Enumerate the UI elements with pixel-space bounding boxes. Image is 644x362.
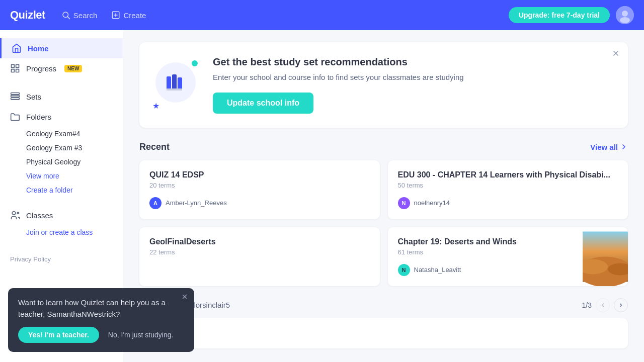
card-terms-0: 20 terms [149,182,370,189]
navbar: Quizlet Search Create Upgrade: free 7-da… [0,0,644,30]
toast-actions: Yes! I'm a teacher. No, I'm just studyin… [18,327,184,343]
card-terms-2: 22 terms [149,248,370,256]
prev-page-button[interactable] [596,298,610,312]
toast-close-button[interactable] [181,293,188,302]
create-icon [111,11,120,20]
card-title-3: Chapter 19: Deserts and Winds [398,237,578,246]
card-1[interactable]: EDU 300 - CHAPTER 14 Learners with Physi… [388,160,628,219]
folders-icon [10,112,20,122]
svg-rect-11 [16,69,19,72]
svg-point-16 [17,212,19,214]
chevron-right-icon [620,143,628,151]
author-avatar-0: A [149,197,162,209]
studied-header: ...ied sets by taylorsinclair5 1/3 [139,298,628,312]
chevron-right-icon [618,302,624,308]
sidebar-item-folders[interactable]: Folders [0,107,123,127]
card-author-3: N Natasha_Leavitt [398,264,578,276]
svg-line-1 [67,17,69,19]
create-folder-link[interactable]: Create a folder [0,183,123,197]
close-icon [612,49,620,57]
join-class-link[interactable]: Join or create a class [0,225,123,239]
folder-item-1[interactable]: Geology Exam #3 [0,141,123,155]
recent-title: Recent [139,142,170,152]
svg-rect-10 [12,69,15,72]
page-count: 1/3 [582,301,592,309]
dot-teal [192,60,198,66]
home-label: Home [28,44,49,53]
sidebar-item-sets[interactable]: Sets [0,86,123,107]
progress-icon [10,63,20,73]
sets-icon [10,92,20,102]
navbar-right: Upgrade: free 7-day trial [509,6,634,24]
view-more-link[interactable]: View more [0,169,123,183]
card-thumbnail-3 [583,227,628,286]
card-terms-3: 61 terms [398,248,578,256]
svg-point-6 [622,11,628,17]
toast-no-button[interactable]: No, I'm just studying. [104,327,178,343]
search-button[interactable]: Search [61,11,98,20]
sidebar-item-classes[interactable]: Classes [0,205,123,225]
recent-cards-grid: QUIZ 14 EDSP 20 terms A Amber-Lynn_Reeve… [139,160,628,286]
books-illustration [163,69,189,96]
folder-item-2[interactable]: Physical Geology [0,155,123,169]
sets-label: Sets [26,93,41,101]
svg-point-15 [12,212,16,215]
chevron-left-icon [600,302,606,308]
banner-title: Get the best study set recommendations [213,56,612,68]
svg-rect-17 [167,76,171,90]
card-title-1: EDU 300 - CHAPTER 14 Learners with Physi… [398,170,618,179]
view-all-button[interactable]: View all [590,143,628,151]
svg-rect-18 [172,74,177,90]
home-icon [12,43,22,53]
studied-section: ...ied sets by taylorsinclair5 1/3 [139,298,628,348]
sidebar-item-home[interactable]: Home [0,38,123,58]
svg-rect-9 [16,65,19,68]
author-avatar-1: N [398,197,410,209]
card-0[interactable]: QUIZ 14 EDSP 20 terms A Amber-Lynn_Reeve… [139,160,380,219]
new-badge: NEW [64,65,82,72]
sidebar-item-progress[interactable]: Progress NEW [0,58,123,78]
privacy-policy-link[interactable]: Privacy Policy [0,247,123,271]
card-title-2: GeolFinalDeserts [149,237,370,246]
author-avatar-3: N [398,264,410,276]
svg-point-7 [620,17,630,23]
toast-banner: Want to learn how Quizlet can help you a… [8,288,194,352]
card-author-0: A Amber-Lynn_Reeves [149,197,370,209]
recent-section-header: Recent View all [139,142,628,152]
classes-label: Classes [26,211,53,220]
main-content: ★ Get the best study set recommendations… [123,30,644,362]
avatar[interactable] [616,6,634,24]
classes-icon [10,210,20,220]
studied-card-placeholder[interactable] [139,318,628,348]
next-page-button[interactable] [614,298,628,312]
svg-rect-8 [12,65,15,68]
svg-rect-13 [11,96,20,97]
svg-rect-12 [11,93,20,95]
card-title-0: QUIZ 14 EDSP [149,170,370,179]
card-author-1: N noelhenry14 [398,197,618,209]
svg-rect-20 [167,88,182,90]
pagination: 1/3 [582,298,628,312]
star-icon: ★ [152,101,159,111]
desert-image [583,227,628,286]
recommendation-banner: ★ Get the best study set recommendations… [139,42,628,128]
toast-text: Want to learn how Quizlet can help you a… [18,297,184,320]
toast-yes-button[interactable]: Yes! I'm a teacher. [18,327,99,343]
progress-label: Progress [26,64,56,73]
logo[interactable]: Quizlet [10,9,45,22]
banner-content: Get the best study set recommendations E… [213,56,612,114]
folder-item-0[interactable]: Geology Exam#4 [0,127,123,141]
banner-description: Enter your school and course info to fin… [213,72,612,83]
card-3[interactable]: Chapter 19: Deserts and Winds 61 terms N… [388,227,628,286]
upgrade-button[interactable]: Upgrade: free 7-day trial [509,7,610,23]
banner-close-button[interactable] [612,49,620,60]
svg-rect-14 [11,98,20,100]
card-terms-1: 50 terms [398,182,618,189]
card-2[interactable]: GeolFinalDeserts 22 terms [139,227,380,286]
update-school-button[interactable]: Update school info [213,93,313,114]
create-button[interactable]: Create [111,11,146,20]
folders-label: Folders [26,113,51,121]
close-icon [181,293,188,300]
banner-illustration: ★ [155,62,201,108]
search-icon [61,11,70,20]
